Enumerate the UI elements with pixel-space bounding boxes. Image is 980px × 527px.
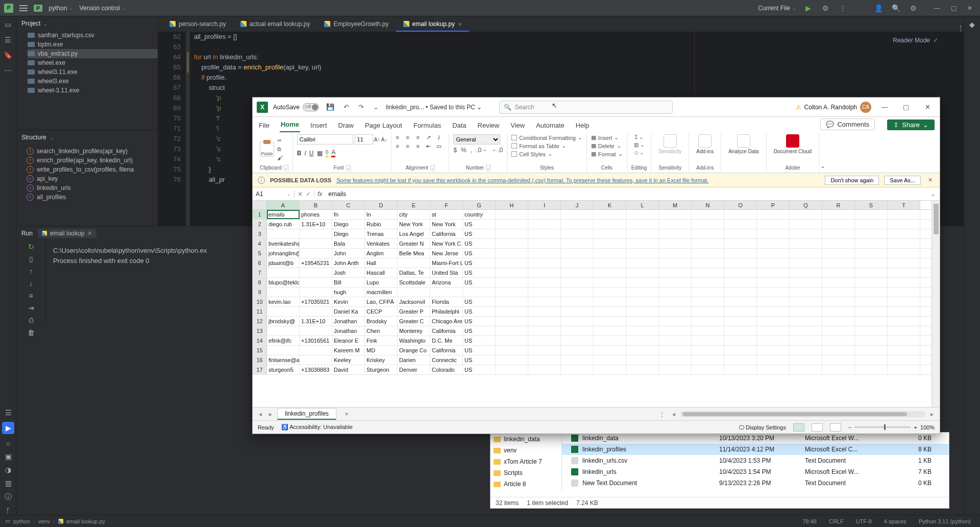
explorer-file-row[interactable]: linkedin_profiles11/14/2023 4:12 PMMicro… — [562, 444, 949, 455]
ribbon-tab[interactable]: Automate — [535, 119, 566, 132]
cell[interactable] — [888, 258, 920, 268]
spreadsheet-grid[interactable]: ABCDEFGHIJKLMNOPQRST 1emailsphonesfnlnci… — [253, 201, 940, 407]
cell[interactable] — [594, 220, 626, 229]
cell[interactable] — [626, 326, 659, 336]
cell[interactable] — [496, 326, 528, 336]
cell[interactable]: New York — [398, 220, 430, 229]
cell[interactable] — [659, 346, 692, 355]
cell[interactable] — [790, 307, 822, 316]
cell[interactable] — [790, 268, 822, 277]
cell[interactable] — [822, 288, 855, 297]
cell[interactable]: sturgeon5 — [267, 365, 300, 374]
cell[interactable] — [692, 268, 724, 277]
cell[interactable] — [626, 365, 659, 374]
cell[interactable]: hugh — [332, 288, 365, 297]
fill-icon[interactable]: ▥ ⌄ — [634, 142, 644, 148]
cell[interactable]: Scottsdale — [398, 278, 430, 287]
accounting-format-icon[interactable]: $ — [453, 147, 457, 154]
cell[interactable] — [659, 297, 692, 306]
cell[interactable] — [790, 239, 822, 248]
python-console-icon[interactable]: ○ — [6, 439, 10, 447]
page-layout-view-icon[interactable] — [812, 423, 823, 432]
column-header[interactable]: K — [594, 201, 626, 209]
cell[interactable]: D.C. Me — [430, 336, 463, 345]
cell[interactable] — [757, 229, 790, 238]
cell[interactable] — [888, 365, 920, 374]
cell[interactable] — [594, 288, 626, 297]
editor-tab[interactable]: actual email lookup.py — [233, 17, 317, 32]
cell[interactable] — [822, 239, 855, 248]
cell[interactable]: city — [398, 210, 430, 219]
cell[interactable] — [724, 346, 757, 355]
cell[interactable] — [561, 268, 594, 277]
cell[interactable]: +13038883 — [300, 365, 332, 374]
explorer-nav-folder[interactable]: Scripts — [494, 467, 558, 478]
cell[interactable]: Sturgeon — [365, 365, 398, 374]
row-header[interactable]: 7 — [253, 268, 267, 277]
cell[interactable]: US — [463, 365, 496, 374]
clear-icon[interactable]: ◇ ⌄ — [634, 150, 644, 155]
cell[interactable] — [561, 210, 594, 219]
cell[interactable] — [398, 258, 430, 268]
project-selector[interactable]: python — [48, 5, 73, 12]
ribbon-tab[interactable]: Review — [477, 119, 501, 132]
cell[interactable]: Fink — [365, 336, 398, 345]
project-file-item[interactable]: sanfran_startups.csv — [28, 31, 158, 40]
cell[interactable] — [528, 210, 561, 219]
close-icon[interactable]: ✕ — [87, 230, 92, 237]
cut-icon[interactable]: ✂ — [277, 137, 283, 144]
cell[interactable]: bvenkatesh@comca — [267, 239, 300, 248]
cell[interactable] — [594, 317, 626, 326]
rerun-icon[interactable]: ↻ — [28, 243, 34, 251]
cell[interactable] — [528, 297, 561, 306]
cell[interactable] — [724, 229, 757, 238]
explorer-nav-folder[interactable]: Article 8 — [494, 478, 558, 490]
cell[interactable] — [692, 365, 724, 374]
cell[interactable]: Denver — [398, 365, 430, 374]
fill-color-button[interactable]: ◊ — [326, 149, 329, 157]
cell[interactable] — [692, 346, 724, 355]
cell[interactable]: Hall — [365, 258, 398, 268]
reader-mode-toggle[interactable]: Reader Mode✓ — [893, 37, 938, 44]
ribbon-tab[interactable]: File — [258, 119, 271, 132]
fx-icon[interactable]: fx — [314, 190, 325, 198]
cell[interactable] — [659, 365, 692, 374]
ribbon-tab[interactable]: Draw — [337, 119, 355, 132]
print-icon[interactable]: ⎙ — [29, 316, 33, 324]
project-tool-icon[interactable]: ▭ — [3, 19, 13, 30]
cell[interactable] — [790, 229, 822, 238]
cell[interactable]: jbrodsky@ — [267, 317, 300, 326]
editor-tab[interactable]: person-search.py — [162, 17, 233, 32]
cell[interactable] — [855, 229, 888, 238]
cell[interactable]: Jonathan — [332, 317, 365, 326]
cell[interactable] — [692, 229, 724, 238]
interpreter[interactable]: Python 3.11 (python) — [915, 518, 975, 524]
cell[interactable] — [300, 288, 332, 297]
cell[interactable] — [659, 249, 692, 258]
row-header[interactable]: 11 — [253, 307, 267, 316]
cell[interactable] — [692, 210, 724, 219]
cell[interactable]: st — [430, 210, 463, 219]
cell[interactable] — [496, 317, 528, 326]
cell[interactable] — [626, 297, 659, 306]
cell[interactable] — [594, 297, 626, 306]
cell[interactable] — [724, 239, 757, 248]
cell[interactable]: ln — [365, 210, 398, 219]
terminal-tool-icon[interactable]: ▣ — [5, 452, 12, 461]
formula-input[interactable]: emails — [325, 190, 926, 198]
new-sheet-icon[interactable]: ＋ — [339, 409, 354, 419]
cell[interactable] — [724, 258, 757, 268]
cell[interactable]: Connectic — [430, 355, 463, 365]
cell[interactable] — [561, 307, 594, 316]
cell[interactable] — [626, 336, 659, 345]
cell[interactable] — [300, 307, 332, 316]
run-config-selector[interactable]: Current File — [758, 5, 796, 12]
cell[interactable]: US — [463, 317, 496, 326]
cell[interactable] — [822, 229, 855, 238]
cell[interactable] — [594, 239, 626, 248]
cell[interactable] — [888, 239, 920, 248]
cell[interactable]: California — [430, 346, 463, 355]
cell[interactable]: New York — [430, 220, 463, 229]
autosave-toggle[interactable]: AutoSave Off — [273, 103, 319, 111]
debug-icon[interactable]: ⚙ — [820, 3, 831, 14]
